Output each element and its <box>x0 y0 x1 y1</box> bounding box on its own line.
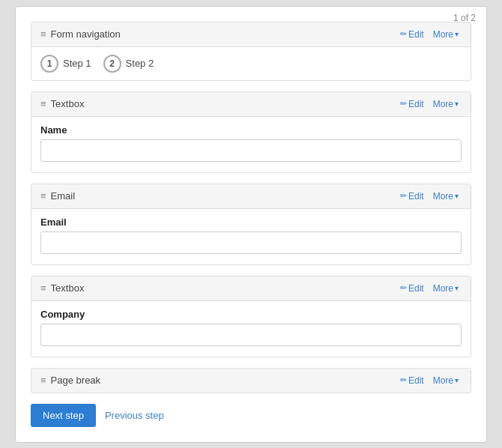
pencil-icon: ✏ <box>400 29 407 39</box>
drag-icon: ≡ <box>40 282 46 294</box>
page-break-edit-button[interactable]: ✏ Edit <box>397 374 427 387</box>
chevron-down-icon: ▾ <box>455 192 459 200</box>
form-navigation-edit-button[interactable]: ✏ Edit <box>397 28 427 41</box>
step-navigation: 1 Step 1 2 Step 2 <box>40 55 462 73</box>
name-textbox-header-left: ≡ Textbox <box>40 98 84 109</box>
name-textbox-more-button[interactable]: More ▾ <box>430 97 462 111</box>
email-header-left: ≡ Email <box>40 190 75 202</box>
form-navigation-more-button[interactable]: More ▾ <box>430 28 462 41</box>
name-textbox-title: Textbox <box>51 98 85 109</box>
chevron-down-icon: ▾ <box>455 30 459 38</box>
email-field-label: Email <box>40 217 462 228</box>
name-textbox-header: ≡ Textbox ✏ Edit More ▾ <box>31 92 471 117</box>
company-field-label: Company <box>40 309 462 320</box>
name-textbox-body: Name <box>31 117 471 172</box>
footer-buttons: Next step Previous step <box>31 404 471 427</box>
drag-icon: ≡ <box>40 375 46 386</box>
form-builder-container: 1 of 2 ≡ Form navigation ✏ Edit More ▾ <box>15 6 487 443</box>
email-body: Email <box>31 209 471 264</box>
email-actions: ✏ Edit More ▾ <box>397 190 462 203</box>
step-1-item: 1 Step 1 <box>40 55 91 73</box>
company-textbox-body: Company <box>31 301 471 357</box>
step-2-item: 2 Step 2 <box>103 55 154 73</box>
name-textbox-section: ≡ Textbox ✏ Edit More ▾ Name <box>31 91 471 173</box>
drag-icon: ≡ <box>40 28 46 40</box>
name-textbox-edit-button[interactable]: ✏ Edit <box>397 97 427 111</box>
step-2-circle: 2 <box>103 55 121 73</box>
form-navigation-section: ≡ Form navigation ✏ Edit More ▾ 1 <box>31 22 471 81</box>
form-navigation-actions: ✏ Edit More ▾ <box>397 28 462 41</box>
email-field-input[interactable] <box>40 231 462 254</box>
step-1-circle: 1 <box>40 55 58 73</box>
company-textbox-edit-button[interactable]: ✏ Edit <box>397 282 427 295</box>
page-break-header: ≡ Page break ✏ Edit More ▾ <box>31 369 471 393</box>
chevron-down-icon: ▾ <box>455 284 459 292</box>
page-indicator: 1 of 2 <box>453 13 476 23</box>
company-textbox-header: ≡ Textbox ✏ Edit More ▾ <box>31 276 471 301</box>
step-2-label: Step 2 <box>126 58 154 69</box>
company-textbox-header-left: ≡ Textbox <box>40 282 84 294</box>
page-break-more-button[interactable]: More ▾ <box>430 374 462 387</box>
drag-icon: ≡ <box>40 98 46 109</box>
form-navigation-header: ≡ Form navigation ✏ Edit More ▾ <box>31 22 471 47</box>
chevron-down-icon: ▾ <box>455 100 459 108</box>
company-textbox-section: ≡ Textbox ✏ Edit More ▾ Company <box>31 276 471 357</box>
form-navigation-header-left: ≡ Form navigation <box>40 28 121 40</box>
company-field-input[interactable] <box>40 324 462 346</box>
chevron-down-icon: ▾ <box>455 376 459 384</box>
pencil-icon: ✏ <box>400 99 407 109</box>
pencil-icon: ✏ <box>400 191 407 201</box>
email-more-button[interactable]: More ▾ <box>430 190 462 203</box>
next-step-button[interactable]: Next step <box>31 404 96 427</box>
page-break-actions: ✏ Edit More ▾ <box>397 374 462 387</box>
name-textbox-actions: ✏ Edit More ▾ <box>397 97 462 111</box>
page-break-section: ≡ Page break ✏ Edit More ▾ <box>31 368 471 393</box>
email-section: ≡ Email ✏ Edit More ▾ Email <box>31 184 471 265</box>
form-navigation-title: Form navigation <box>51 28 121 40</box>
step-1-label: Step 1 <box>63 58 91 69</box>
previous-step-link[interactable]: Previous step <box>105 410 164 421</box>
form-navigation-body: 1 Step 1 2 Step 2 <box>31 47 471 80</box>
company-textbox-title: Textbox <box>51 282 85 294</box>
page-break-header-left: ≡ Page break <box>40 375 100 386</box>
company-textbox-actions: ✏ Edit More ▾ <box>397 282 462 295</box>
email-edit-button[interactable]: ✏ Edit <box>397 190 427 203</box>
page-break-title: Page break <box>51 375 101 386</box>
drag-icon: ≡ <box>40 190 46 202</box>
pencil-icon: ✏ <box>400 375 407 385</box>
email-title: Email <box>51 190 76 202</box>
company-textbox-more-button[interactable]: More ▾ <box>430 282 462 295</box>
name-field-input[interactable] <box>40 139 462 162</box>
name-field-label: Name <box>40 124 462 136</box>
email-header: ≡ Email ✏ Edit More ▾ <box>31 184 471 209</box>
pencil-icon: ✏ <box>400 283 407 293</box>
